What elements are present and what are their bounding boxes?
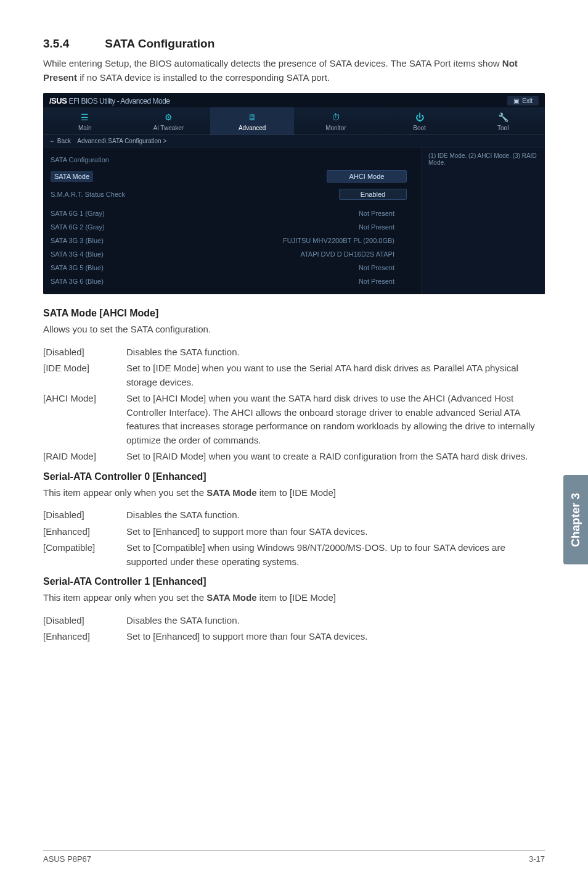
intro-post: if no SATA device is installed to the co… bbox=[77, 72, 330, 83]
bios-left-pane: SATA Configuration SATA Mode AHCI Mode S… bbox=[43, 147, 422, 294]
bios-row-sata6g1: SATA 6G 1 (Gray) Not Present bbox=[51, 207, 419, 220]
tab-main[interactable]: ☰ Main bbox=[43, 107, 127, 134]
sata-mode-options: [Disabled] Disables the SATA function. [… bbox=[43, 345, 545, 464]
tab-boot[interactable]: ⏻ Boot bbox=[378, 107, 462, 134]
option-row: [RAID Mode] Set to [RAID Mode] when you … bbox=[43, 450, 545, 464]
option-val: Disables the SATA function. bbox=[126, 614, 545, 628]
option-key: [Enhanced] bbox=[43, 525, 126, 539]
footer-left: ASUS P8P67 bbox=[43, 854, 91, 864]
exit-icon: ▣ bbox=[513, 97, 519, 104]
option-val: Set to [Enhanced] to support more than f… bbox=[126, 525, 545, 539]
option-val: Set to [Compatible] when using Windows 9… bbox=[126, 541, 545, 569]
option-row: [AHCI Mode] Set to [AHCI Mode] when you … bbox=[43, 392, 545, 447]
tab-ai-tweaker-label: Ai Tweaker bbox=[127, 125, 211, 131]
option-row: [Enhanced] Set to [Enhanced] to support … bbox=[43, 525, 545, 539]
back-button[interactable]: ← Back bbox=[49, 138, 71, 144]
breadcrumb: ← Back Advanced\ SATA Configuration > bbox=[43, 135, 545, 147]
option-key: [Enhanced] bbox=[43, 630, 126, 644]
tab-ai-tweaker[interactable]: ⚙ Ai Tweaker bbox=[127, 107, 211, 134]
sata-mode-desc: Allows you to set the SATA configuration… bbox=[43, 323, 545, 337]
bios-section-title: SATA Configuration bbox=[51, 152, 419, 167]
breadcrumb-path: Advanced\ SATA Configuration > bbox=[77, 138, 166, 144]
option-val: Disables the SATA function. bbox=[126, 508, 545, 522]
bios-row-value: AHCI Mode bbox=[327, 170, 407, 183]
serial0-desc: This item appear only when you set the S… bbox=[43, 486, 545, 500]
chapter-side-tab-label: Chapter 3 bbox=[569, 493, 582, 547]
bios-row-sata3g4: SATA 3G 4 (Blue) ATAPI DVD D DH16D2S ATA… bbox=[51, 247, 419, 261]
serial0-desc-bold: SATA Mode bbox=[206, 487, 256, 498]
bios-row-value: Not Present bbox=[359, 210, 419, 217]
option-key: [Disabled] bbox=[43, 614, 126, 628]
option-key: [AHCI Mode] bbox=[43, 392, 126, 447]
exit-label: Exit bbox=[522, 97, 533, 104]
gauge-icon: ⏱ bbox=[294, 111, 378, 123]
bios-row-smart[interactable]: S.M.A.R.T. Status Check Enabled bbox=[51, 186, 419, 203]
footer-right: 3-17 bbox=[529, 854, 545, 864]
option-row: [Enhanced] Set to [Enhanced] to support … bbox=[43, 630, 545, 644]
section-title: SATA Configuration bbox=[105, 37, 214, 50]
option-row: [Disabled] Disables the SATA function. bbox=[43, 614, 545, 628]
tab-tool-label: Tool bbox=[461, 125, 545, 131]
bios-row-value: Enabled bbox=[339, 189, 407, 200]
option-val: Set to [RAID Mode] when you want to crea… bbox=[126, 450, 545, 464]
bios-body: SATA Configuration SATA Mode AHCI Mode S… bbox=[43, 147, 545, 294]
bios-row-sata6g2: SATA 6G 2 (Gray) Not Present bbox=[51, 220, 419, 234]
serial0-options: [Disabled] Disables the SATA function. [… bbox=[43, 508, 545, 569]
bios-tabs: ☰ Main ⚙ Ai Tweaker 🖥 Advanced ⏱ Monitor… bbox=[43, 107, 545, 135]
page-footer: ASUS P8P67 3-17 bbox=[43, 850, 545, 864]
serial1-heading: Serial-ATA Controller 1 [Enhanced] bbox=[43, 576, 545, 587]
bios-row-sata-mode[interactable]: SATA Mode AHCI Mode bbox=[51, 167, 419, 186]
tab-advanced-label: Advanced bbox=[210, 125, 294, 131]
option-row: [Disabled] Disables the SATA function. bbox=[43, 508, 545, 522]
bios-row-value: ATAPI DVD D DH16D2S ATAPI bbox=[300, 250, 419, 258]
bios-row-label: SATA 6G 1 (Gray) bbox=[51, 210, 105, 217]
list-icon: ☰ bbox=[43, 111, 127, 123]
option-val: Set to [AHCI Mode] when you want the SAT… bbox=[126, 392, 545, 447]
bios-row-sata3g5: SATA 3G 5 (Blue) Not Present bbox=[51, 261, 419, 274]
bios-header: /SUS EFI BIOS Utility - Advanced Mode ▣ … bbox=[43, 93, 545, 107]
option-row: [Disabled] Disables the SATA function. bbox=[43, 345, 545, 360]
option-row: [IDE Mode] Set to [IDE Mode] when you wa… bbox=[43, 361, 545, 389]
serial1-options: [Disabled] Disables the SATA function. [… bbox=[43, 614, 545, 644]
bios-row-value: FUJITSU MHV2200BT PL (200.0GB) bbox=[283, 237, 419, 244]
sata-mode-heading: SATA Mode [AHCI Mode] bbox=[43, 308, 545, 319]
tab-boot-label: Boot bbox=[378, 125, 462, 131]
bios-logo: /SUS EFI BIOS Utility - Advanced Mode bbox=[49, 96, 170, 105]
bios-row-value: Not Present bbox=[359, 278, 419, 285]
bios-help-pane: (1) IDE Mode. (2) AHCI Mode. (3) RAID Mo… bbox=[422, 147, 545, 294]
intro-pre: While entering Setup, the BIOS automatic… bbox=[43, 58, 502, 68]
serial1-desc: This item appear only when you set the S… bbox=[43, 591, 545, 605]
bios-row-label: SATA 6G 2 (Gray) bbox=[51, 223, 105, 231]
serial1-desc-bold: SATA Mode bbox=[206, 592, 256, 603]
serial0-heading: Serial-ATA Controller 0 [Enhanced] bbox=[43, 471, 545, 482]
serial1-desc-post: item to [IDE Mode] bbox=[257, 592, 336, 603]
bios-row-sata3g3: SATA 3G 3 (Blue) FUJITSU MHV2200BT PL (2… bbox=[51, 234, 419, 247]
tab-monitor[interactable]: ⏱ Monitor bbox=[294, 107, 378, 134]
exit-button[interactable]: ▣ Exit bbox=[507, 96, 539, 105]
option-key: [IDE Mode] bbox=[43, 361, 126, 389]
section-number: 3.5.4 bbox=[43, 37, 102, 51]
power-icon: ⏻ bbox=[378, 111, 462, 123]
serial1-desc-pre: This item appear only when you set the bbox=[43, 592, 206, 603]
option-key: [Disabled] bbox=[43, 345, 126, 360]
bios-screenshot: /SUS EFI BIOS Utility - Advanced Mode ▣ … bbox=[43, 93, 545, 294]
bios-help-text: (1) IDE Mode. (2) AHCI Mode. (3) RAID Mo… bbox=[428, 152, 539, 166]
monitor-icon: 🖥 bbox=[210, 111, 294, 123]
tab-tool[interactable]: 🔧 Tool bbox=[461, 107, 545, 134]
bios-row-label: SATA 3G 5 (Blue) bbox=[51, 264, 104, 271]
bios-row-value: Not Present bbox=[359, 223, 419, 231]
bios-row-label: SATA Mode bbox=[51, 171, 93, 182]
wrench-icon: 🔧 bbox=[461, 111, 545, 123]
gear-icon: ⚙ bbox=[127, 111, 211, 123]
bios-row-sata3g6: SATA 3G 6 (Blue) Not Present bbox=[51, 274, 419, 288]
chapter-side-tab: Chapter 3 bbox=[563, 475, 588, 564]
bios-logo-util: EFI BIOS Utility - Advanced Mode bbox=[68, 97, 169, 105]
serial0-desc-post: item to [IDE Mode] bbox=[257, 487, 336, 498]
bios-row-label: SATA 3G 4 (Blue) bbox=[51, 250, 104, 258]
option-key: [Disabled] bbox=[43, 508, 126, 522]
tab-monitor-label: Monitor bbox=[294, 125, 378, 131]
tab-advanced[interactable]: 🖥 Advanced bbox=[210, 107, 294, 134]
bios-row-label: S.M.A.R.T. Status Check bbox=[51, 191, 125, 198]
option-key: [RAID Mode] bbox=[43, 450, 126, 464]
bios-row-label: SATA 3G 3 (Blue) bbox=[51, 237, 104, 244]
